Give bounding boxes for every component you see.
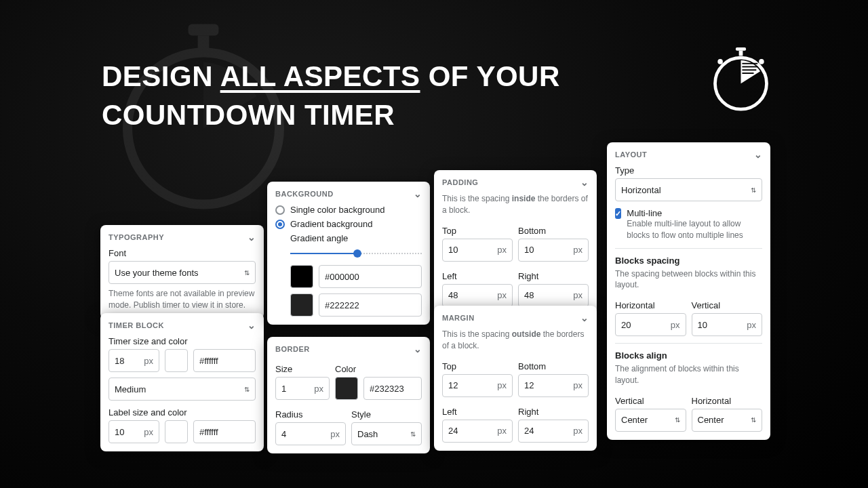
border-radius-input[interactable]: 4px [275, 422, 346, 445]
border-style-select[interactable]: Dash ⇅ [351, 422, 422, 445]
margin-hint: This is the spacing outside the borders … [442, 329, 589, 352]
gradient-color1-input[interactable]: #000000 [319, 265, 422, 288]
padding-bottom-input[interactable]: 10px [518, 239, 589, 262]
timer-weight-select[interactable]: Medium ⇅ [108, 378, 256, 401]
halign-select[interactable]: Center ⇅ [692, 409, 763, 432]
layout-panel: LAYOUT ⌄ Type Horizontal ⇅ Multi-line En… [607, 142, 770, 440]
valign-label: Vertical [615, 396, 686, 406]
border-color-label: Color [335, 364, 422, 374]
spacing-h-label: Horizontal [615, 300, 686, 310]
border-style-label: Style [351, 409, 422, 420]
font-label: Font [108, 248, 256, 258]
multiline-checkbox[interactable] [615, 208, 621, 219]
gradient-radio[interactable]: Gradient background [275, 219, 422, 229]
label-size-input[interactable]: 10px [108, 420, 159, 443]
spacing-h-input[interactable]: 20px [615, 313, 686, 336]
svg-rect-3 [736, 47, 746, 51]
blocks-align-head: Blocks align [615, 350, 762, 361]
margin-head: MARGIN [442, 314, 475, 322]
svg-rect-8 [742, 63, 757, 64]
padding-right-label: Right [518, 271, 589, 281]
padding-right-input[interactable]: 48px [518, 284, 589, 307]
select-caret-icon: ⇅ [751, 416, 756, 424]
svg-point-6 [759, 59, 764, 64]
margin-top-input[interactable]: 12px [442, 374, 513, 397]
margin-right-input[interactable]: 24px [518, 420, 589, 443]
multiline-label: Multi-line [627, 208, 762, 218]
border-size-input[interactable]: 1px [275, 377, 330, 400]
label-color-swatch[interactable] [165, 420, 188, 443]
multiline-hint: Enable multi-line layout to allow blocks… [627, 218, 762, 241]
select-caret-icon: ⇅ [675, 416, 680, 424]
padding-left-input[interactable]: 48px [442, 284, 513, 307]
page-title: DESIGN ALL ASPECTS OF YOUR COUNTDOWN TIM… [102, 58, 560, 134]
chevron-down-icon[interactable]: ⌄ [580, 177, 589, 188]
chevron-down-icon[interactable]: ⌄ [754, 149, 763, 160]
padding-hint: This is the spacing inside the borders o… [442, 193, 589, 216]
border-size-label: Size [275, 364, 330, 374]
svg-rect-4 [739, 51, 743, 56]
timer-block-head: TIMER BLOCK [108, 321, 164, 329]
chevron-down-icon[interactable]: ⌄ [248, 320, 256, 331]
timer-size-input[interactable]: 18px [108, 349, 159, 372]
stopwatch-icon [709, 47, 773, 112]
font-hint: Theme fonts are not available in preview… [108, 288, 256, 311]
margin-right-label: Right [518, 407, 589, 417]
select-caret-icon: ⇅ [244, 386, 250, 393]
padding-top-label: Top [442, 226, 513, 236]
valign-select[interactable]: Center ⇅ [615, 409, 686, 432]
gradient-color1-swatch[interactable] [290, 265, 313, 288]
spacing-v-label: Vertical [692, 300, 763, 310]
label-hex-input[interactable]: #ffffff [193, 420, 256, 443]
timer-block-panel: TIMER BLOCK ⌄ Timer size and color 18px … [100, 313, 264, 451]
chevron-down-icon[interactable]: ⌄ [580, 312, 589, 323]
padding-left-label: Left [442, 271, 513, 281]
border-hex-input[interactable]: #232323 [363, 377, 422, 400]
padding-top-input[interactable]: 10px [442, 239, 513, 262]
background-panel: BACKGROUND ⌄ Single color background Gra… [267, 182, 430, 325]
svg-point-5 [717, 59, 723, 64]
typography-head: TYPOGRAPHY [108, 233, 164, 241]
blocks-spacing-hint: The spacing between blocks within this l… [615, 268, 762, 291]
margin-bottom-input[interactable]: 12px [518, 374, 589, 397]
chevron-down-icon[interactable]: ⌄ [248, 232, 256, 243]
single-color-radio[interactable]: Single color background [275, 205, 422, 215]
chevron-down-icon[interactable]: ⌄ [414, 344, 422, 354]
gradient-angle-label: Gradient angle [290, 233, 422, 243]
spacing-v-input[interactable]: 10px [692, 313, 763, 336]
border-color-swatch[interactable] [335, 377, 358, 400]
border-panel: BORDER ⌄ Size 1px Color #232323 Radius 4… [267, 337, 430, 453]
layout-type-select[interactable]: Horizontal ⇅ [615, 178, 762, 201]
padding-bottom-label: Bottom [518, 226, 589, 236]
margin-left-input[interactable]: 24px [442, 420, 513, 443]
layout-type-label: Type [615, 165, 762, 176]
padding-panel: PADDING ⌄ This is the spacing inside the… [434, 170, 597, 315]
select-caret-icon: ⇅ [244, 269, 250, 277]
blocks-align-hint: The alignment of blocks within this layo… [615, 363, 762, 386]
margin-panel: MARGIN ⌄ This is the spacing outside the… [434, 306, 597, 451]
border-head: BORDER [275, 345, 310, 353]
select-caret-icon: ⇅ [410, 430, 416, 438]
halign-label: Horizontal [692, 396, 763, 406]
svg-rect-9 [742, 66, 757, 68]
typography-panel: TYPOGRAPHY ⌄ Font Use your theme fonts ⇅… [100, 225, 264, 319]
border-radius-label: Radius [275, 409, 346, 420]
timer-hex-input[interactable]: #ffffff [193, 349, 256, 372]
gradient-color2-input[interactable]: #222222 [319, 293, 422, 317]
margin-bottom-label: Bottom [518, 361, 589, 371]
gradient-color2-swatch[interactable] [290, 293, 313, 317]
timer-color-swatch[interactable] [165, 349, 188, 372]
font-select[interactable]: Use your theme fonts ⇅ [108, 261, 256, 284]
svg-rect-0 [189, 24, 219, 36]
svg-rect-11 [742, 73, 753, 74]
label-size-label: Label size and color [108, 407, 256, 418]
gradient-angle-slider[interactable] [290, 249, 422, 258]
padding-head: PADDING [442, 178, 478, 186]
chevron-down-icon[interactable]: ⌄ [414, 188, 422, 199]
background-head: BACKGROUND [275, 190, 334, 198]
layout-head: LAYOUT [615, 150, 647, 159]
timer-size-label: Timer size and color [108, 336, 256, 346]
select-caret-icon: ⇅ [751, 186, 756, 194]
margin-top-label: Top [442, 361, 513, 371]
margin-left-label: Left [442, 407, 513, 417]
